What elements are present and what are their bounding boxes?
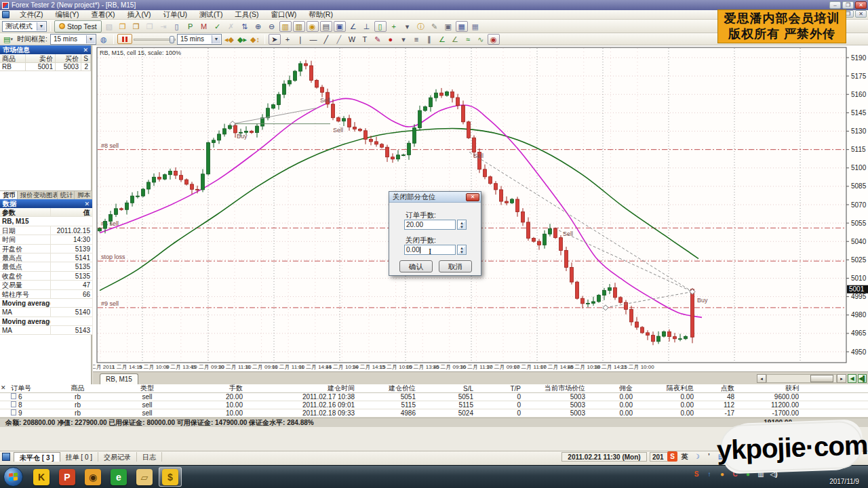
candle[interactable] (608, 287, 612, 290)
candle[interactable] (473, 138, 476, 152)
scroll-thumb[interactable] (810, 375, 833, 382)
cursor-tool-icon[interactable]: ➤ (269, 34, 281, 45)
candle[interactable] (641, 327, 644, 333)
panel-tab-3[interactable]: 脚本 (75, 191, 92, 199)
pause-button[interactable] (117, 34, 132, 44)
candle[interactable] (646, 333, 650, 336)
candle[interactable] (304, 64, 308, 66)
start-button[interactable] (3, 467, 23, 487)
candle[interactable] (158, 177, 161, 179)
angle-tool-icon[interactable]: ∠ (436, 34, 448, 45)
data-panel-titlebar[interactable]: 数据 ✕ (0, 199, 92, 208)
scroll-right-icon[interactable]: ▸ (837, 374, 846, 383)
shift-chart-icon[interactable]: ◀ (848, 374, 856, 383)
notes-icon[interactable]: ✎ (429, 21, 441, 32)
taskbar-browser-icon[interactable]: e (107, 467, 130, 487)
candle[interactable] (353, 127, 357, 129)
candle[interactable] (592, 302, 595, 303)
taskbar-photo-icon[interactable]: ◉ (81, 467, 104, 487)
taskbar-forex-icon[interactable]: $ (159, 467, 182, 487)
candle[interactable] (625, 302, 628, 309)
candle[interactable] (549, 229, 552, 235)
shapes-tool-icon[interactable]: ● (384, 34, 397, 45)
zoom-in-icon[interactable]: ⊕ (252, 21, 264, 32)
candle[interactable] (142, 189, 145, 196)
candle[interactable] (332, 104, 335, 118)
candle[interactable] (635, 322, 639, 327)
candle[interactable] (668, 331, 671, 336)
candle[interactable] (180, 176, 183, 180)
add-indicator-icon[interactable]: + (388, 21, 400, 32)
candle[interactable] (597, 296, 601, 302)
candle[interactable] (462, 106, 465, 122)
sogou-moon-icon[interactable]: ☽ (692, 451, 702, 462)
candle[interactable] (267, 108, 270, 118)
fibo-timezones-tool-icon[interactable]: ∥ (423, 34, 435, 45)
candle[interactable] (489, 177, 492, 184)
sort-icon[interactable]: ⇅ (239, 21, 251, 32)
status-tab-2[interactable]: 交易记录 (98, 452, 137, 462)
candle[interactable] (104, 221, 107, 228)
candle[interactable] (218, 134, 221, 140)
candle[interactable] (261, 118, 264, 126)
zoom-out-icon[interactable]: ⊖ (266, 21, 278, 32)
candle[interactable] (440, 93, 443, 96)
new-chart-icon[interactable]: ▤▾ (2, 34, 14, 45)
candle[interactable] (272, 105, 275, 108)
candle[interactable] (516, 199, 519, 212)
candle[interactable] (169, 171, 172, 174)
candle[interactable] (408, 143, 411, 155)
speed-slider[interactable] (134, 35, 176, 43)
candle[interactable] (467, 122, 471, 138)
candle[interactable] (299, 64, 302, 71)
candle[interactable] (456, 98, 460, 106)
step-forward-icon[interactable]: ◆▸ (236, 34, 248, 45)
candle[interactable] (348, 119, 351, 127)
candle[interactable] (446, 92, 449, 96)
tray-sogou-icon[interactable]: S (692, 469, 701, 479)
order-lots-input[interactable]: 20.00 (404, 220, 456, 230)
order-lots-spinner[interactable]: ▲▼ (457, 220, 467, 230)
market-row[interactable]: RB500150032 (0, 63, 91, 71)
sogou-lang-icon[interactable]: 英 (679, 451, 690, 462)
candle[interactable] (614, 287, 617, 297)
pivot-points-icon[interactable]: P (184, 21, 197, 32)
candle[interactable] (543, 234, 547, 245)
close-lots-spinner[interactable]: ▲▼ (457, 245, 467, 255)
paste-icon[interactable]: ❐ (144, 21, 156, 32)
ray-tool-icon[interactable]: ╱ (333, 34, 345, 45)
chart-hscrollbar[interactable]: ◂ ▸ (757, 374, 846, 383)
order-row[interactable]: 8rbsell10.002011.02.16 09:01511551150500… (0, 401, 868, 409)
candle[interactable] (250, 131, 254, 133)
candle[interactable] (521, 212, 525, 222)
tile-windows-icon[interactable]: ▦ (456, 21, 468, 32)
maximize-button[interactable]: ❐ (842, 1, 854, 9)
candle[interactable] (505, 201, 509, 203)
candle[interactable] (315, 80, 319, 87)
candle[interactable] (131, 196, 134, 203)
candle[interactable] (418, 110, 422, 128)
candle[interactable] (652, 336, 655, 342)
status-tab-0[interactable]: 未平仓 [ 3 ] (14, 452, 60, 462)
candle[interactable] (201, 174, 205, 190)
candle[interactable] (397, 155, 400, 159)
panel-tab-2[interactable]: 统计 (58, 191, 75, 199)
menu-item-Z[interactable]: 文件(Z) (14, 10, 49, 20)
candle[interactable] (386, 147, 389, 157)
cycle-tool-icon[interactable]: ∿ (475, 34, 487, 45)
candle[interactable] (153, 177, 156, 182)
new-note-icon[interactable]: ▯ (171, 21, 183, 32)
menu-item-T[interactable]: 测试(T) (193, 10, 229, 20)
candle[interactable] (310, 66, 313, 81)
panel-tab-0[interactable]: 货币 (0, 191, 18, 199)
chart-tab[interactable]: RB, M15 (100, 373, 138, 384)
hline-tool-icon[interactable]: — (307, 34, 319, 45)
candle[interactable] (570, 268, 574, 283)
candle[interactable] (120, 209, 123, 209)
candle[interactable] (581, 298, 585, 304)
candle[interactable] (673, 337, 677, 339)
candle[interactable] (212, 140, 216, 143)
account-icon[interactable]: ◉ (307, 21, 319, 32)
candle[interactable] (294, 71, 297, 81)
candle[interactable] (234, 125, 237, 133)
